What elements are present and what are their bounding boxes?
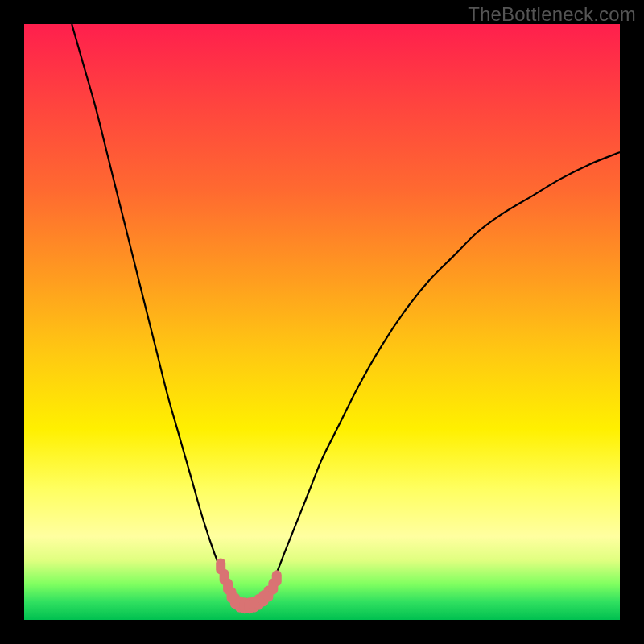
outer-frame: TheBottleneck.com xyxy=(0,0,644,644)
watermark-text: TheBottleneck.com xyxy=(468,3,636,26)
plot-area xyxy=(24,24,620,620)
curve-right-branch xyxy=(262,152,620,602)
marker-group xyxy=(216,558,282,613)
curve-left-branch xyxy=(72,24,236,602)
data-marker xyxy=(272,570,282,586)
curve-svg xyxy=(24,24,620,620)
